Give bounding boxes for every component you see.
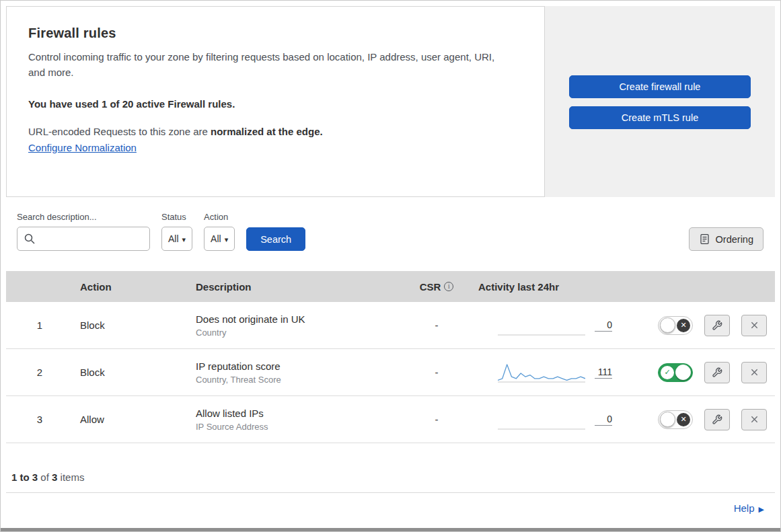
rule-csr: - bbox=[403, 319, 470, 331]
wrench-icon bbox=[712, 367, 722, 378]
close-icon bbox=[749, 414, 759, 424]
create-firewall-rule-button[interactable]: Create firewall rule bbox=[569, 75, 751, 98]
chevron-down-icon bbox=[225, 233, 229, 244]
column-header-activity: Activity last 24hr bbox=[470, 281, 615, 293]
rule-activity-cell: 111 bbox=[470, 363, 615, 383]
rule-priority: 1 bbox=[6, 319, 73, 331]
search-icon bbox=[24, 233, 35, 244]
chevron-down-icon bbox=[182, 233, 186, 244]
of-text: of bbox=[38, 471, 52, 483]
table-row: 3 Allow Allow listed IPs IP Source Addre… bbox=[6, 396, 775, 443]
rule-description-cell: Allow listed IPs IP Source Address bbox=[188, 408, 403, 432]
rule-description: IP reputation score bbox=[196, 360, 403, 372]
table-row: 2 Block IP reputation score Country, Thr… bbox=[6, 349, 775, 396]
toggle-state-icon bbox=[661, 366, 674, 379]
action-label: Action bbox=[204, 212, 235, 222]
wrench-icon bbox=[712, 414, 722, 425]
delete-rule-button[interactable] bbox=[741, 362, 767, 383]
search-field: Search description... bbox=[17, 212, 150, 251]
rule-controls bbox=[615, 362, 775, 383]
normalization-note-text: URL-encoded Requests to this zone are bbox=[28, 126, 211, 137]
toggle-knob bbox=[660, 412, 675, 427]
toggle-state-icon bbox=[677, 413, 690, 426]
activity-count-link[interactable]: 0 bbox=[595, 319, 612, 332]
create-mtls-rule-button[interactable]: Create mTLS rule bbox=[569, 106, 751, 129]
rule-action: Block bbox=[73, 319, 188, 331]
rule-priority: 2 bbox=[6, 367, 73, 378]
rule-description: Allow listed IPs bbox=[196, 408, 403, 419]
ordering-button[interactable]: Ordering bbox=[689, 227, 764, 251]
rule-csr: - bbox=[403, 367, 470, 378]
edit-rule-button[interactable] bbox=[704, 315, 730, 336]
range-text: 1 to 3 bbox=[11, 471, 38, 483]
rule-enabled-toggle[interactable] bbox=[658, 410, 693, 429]
toggle-knob bbox=[660, 317, 675, 333]
csr-header-label: CSR bbox=[420, 281, 441, 293]
search-input-wrapper bbox=[17, 227, 150, 251]
rule-priority: 3 bbox=[6, 414, 73, 425]
column-header-action: Action bbox=[73, 281, 188, 293]
edit-rule-button[interactable] bbox=[704, 409, 730, 430]
rule-enabled-toggle[interactable] bbox=[658, 363, 693, 382]
rule-action: Allow bbox=[73, 414, 188, 425]
rule-description-cell: Does not originate in UK Country bbox=[188, 313, 403, 338]
table-row: 1 Block Does not originate in UK Country… bbox=[6, 302, 775, 349]
activity-count-link[interactable]: 0 bbox=[595, 413, 612, 426]
help-link[interactable]: Help bbox=[734, 502, 764, 514]
column-header-description: Description bbox=[188, 281, 403, 293]
pagination-summary: 1 to 3 of 3 items bbox=[6, 443, 775, 493]
rule-controls bbox=[615, 315, 775, 336]
header-card: Firewall rules Control incoming traffic … bbox=[6, 6, 545, 197]
activity-sparkline bbox=[498, 410, 585, 430]
header-section: Firewall rules Control incoming traffic … bbox=[6, 6, 775, 197]
help-arrow-icon bbox=[759, 502, 764, 514]
page-description: Control incoming traffic to your zone by… bbox=[28, 49, 509, 81]
items-text: items bbox=[57, 471, 84, 483]
search-label: Search description... bbox=[17, 212, 150, 222]
rule-description: Does not originate in UK bbox=[196, 313, 403, 325]
page-title: Firewall rules bbox=[28, 26, 523, 41]
firewall-rules-page: Firewall rules Control incoming traffic … bbox=[0, 0, 781, 532]
rule-fields: IP Source Address bbox=[196, 422, 403, 432]
activity-sparkline bbox=[498, 363, 585, 383]
activity-count-link[interactable]: 111 bbox=[595, 366, 612, 379]
info-icon[interactable] bbox=[444, 282, 453, 291]
rule-description-cell: IP reputation score Country, Threat Scor… bbox=[188, 360, 403, 385]
search-input[interactable] bbox=[17, 227, 149, 250]
action-field: Action All bbox=[204, 212, 235, 251]
rule-action: Block bbox=[73, 367, 188, 378]
usage-summary: You have used 1 of 20 active Firewall ru… bbox=[28, 98, 523, 110]
edit-rule-button[interactable] bbox=[704, 362, 730, 383]
status-dropdown[interactable]: All bbox=[161, 227, 192, 251]
normalization-note: URL-encoded Requests to this zone are no… bbox=[28, 126, 523, 137]
search-button[interactable]: Search bbox=[246, 227, 305, 251]
column-header-csr: CSR bbox=[403, 281, 470, 293]
actions-panel: Create firewall rule Create mTLS rule bbox=[545, 6, 775, 197]
rule-fields: Country bbox=[196, 328, 403, 338]
normalization-note-bold: normalized at the edge. bbox=[211, 126, 323, 137]
ordering-button-label: Ordering bbox=[716, 234, 753, 245]
status-field: Status All bbox=[161, 212, 192, 251]
rule-activity-cell: 0 bbox=[470, 315, 615, 336]
rule-controls bbox=[615, 409, 775, 430]
close-icon bbox=[749, 320, 759, 330]
action-dropdown-value: All bbox=[211, 233, 221, 244]
toggle-knob bbox=[675, 365, 691, 380]
status-dropdown-value: All bbox=[168, 233, 179, 244]
list-icon bbox=[699, 233, 710, 245]
help-row: Help bbox=[6, 493, 775, 523]
rule-enabled-toggle[interactable] bbox=[658, 316, 693, 335]
bottom-edge-band bbox=[1, 528, 780, 531]
filter-bar: Search description... Status All Action … bbox=[1, 197, 780, 271]
rule-activity-cell: 0 bbox=[470, 410, 615, 430]
delete-rule-button[interactable] bbox=[741, 409, 767, 430]
table-header-row: Action Description CSR Activity last 24h… bbox=[6, 271, 775, 302]
rules-table: Action Description CSR Activity last 24h… bbox=[6, 271, 775, 443]
status-label: Status bbox=[161, 212, 192, 222]
configure-normalization-link[interactable]: Configure Normalization bbox=[28, 142, 137, 153]
delete-rule-button[interactable] bbox=[741, 315, 767, 336]
toggle-state-icon bbox=[677, 319, 690, 332]
rule-fields: Country, Threat Score bbox=[196, 375, 403, 385]
close-icon bbox=[749, 367, 759, 377]
action-dropdown[interactable]: All bbox=[204, 227, 235, 251]
